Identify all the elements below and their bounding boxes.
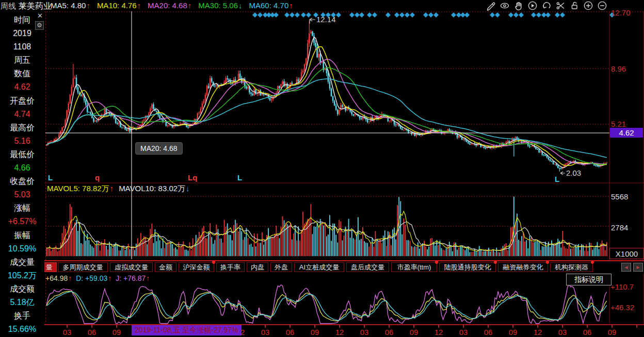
tab-item-label: 虚拟成交量 <box>115 263 148 272</box>
ma-indicator-label: MA10: 4.76 <box>97 1 137 10</box>
quote-row-value: 涨幅 <box>0 201 44 215</box>
quote-info-panel: ✕ ⚙ 时间20191108周五数值4.62开盘价4.74最高价5.16最低价4… <box>0 11 44 337</box>
quote-row-value: 105.2万 <box>0 269 44 282</box>
quote-row-value: 周五 <box>0 54 44 67</box>
quote-row-value: 15.66% <box>0 323 44 336</box>
pager-prev-button[interactable]: ◄ <box>621 263 631 272</box>
lock-icon[interactable] <box>569 1 580 11</box>
notification-dot <box>212 261 215 264</box>
time-tick-label: 06 <box>580 328 594 336</box>
time-tick-label: 09 <box>605 328 619 336</box>
eye-icon[interactable] <box>499 1 510 11</box>
quote-row-value: 最低价 <box>0 148 44 161</box>
volume-axis-label: 2784 <box>611 223 628 232</box>
tab-item[interactable]: 外盘 <box>270 262 292 272</box>
tab-item[interactable]: 内盘 <box>247 262 268 272</box>
quote-row-value: 振幅 <box>0 229 44 242</box>
zoom-in-icon[interactable] <box>583 1 594 11</box>
time-tick-label: 03 <box>555 328 570 336</box>
close-icon[interactable]: ✕ <box>36 12 44 20</box>
zoom-out-icon[interactable] <box>597 1 608 11</box>
event-diamond-icon <box>490 12 495 18</box>
tab-item[interactable]: 市盈率(ttm) <box>391 262 437 272</box>
kdj-axis-label: +110.7 <box>610 282 634 291</box>
indicator-tab-bar: 量多周期成交量虚拟成交量金额沪深金额换手率内盘外盘AI立桩成交量盘后成交量市盈率… <box>0 260 644 274</box>
tab-item[interactable]: 沪深金额 <box>179 262 214 272</box>
tab-item[interactable]: 盘后成交量 <box>346 262 389 272</box>
tab-item-label: 多周期成交量 <box>63 263 103 272</box>
volume-unit-text: X1000 <box>616 249 638 258</box>
tab-item[interactable]: AI立桩成交量 <box>294 262 344 272</box>
event-diamond-icon <box>349 12 355 18</box>
hand-icon[interactable] <box>513 1 524 11</box>
kdj-axis-label: +46.32 <box>610 303 634 312</box>
event-diamond-icon <box>423 12 428 18</box>
quote-row-value: 1108 <box>0 40 44 54</box>
time-tick-label: 06 <box>85 328 99 336</box>
tab-item[interactable]: 机构探测器 <box>550 262 593 272</box>
mavol-indicator-label: MAVOL10: 83.02万 <box>119 184 185 192</box>
event-diamond-icon <box>531 12 536 18</box>
current-price-value: 4.62 <box>619 129 634 137</box>
ma-indicator-label: MA60: 4.70 <box>249 1 289 10</box>
indicator-help-button[interactable]: 指标说明 <box>566 274 611 285</box>
event-diamond-icon <box>306 12 311 18</box>
event-diamond-icon <box>555 12 560 18</box>
time-tick-label: 03 <box>357 328 372 336</box>
event-diamond-icon <box>451 12 456 18</box>
event-diamond-icon <box>519 12 524 18</box>
quote-row-value: 成交额 <box>0 282 44 296</box>
tab-item-label: 内盘 <box>251 263 264 272</box>
event-diamond-icon <box>513 12 519 18</box>
undo-icon[interactable] <box>541 1 552 11</box>
event-diamond-icon <box>372 12 377 18</box>
tab-item[interactable]: 金额 <box>155 262 176 272</box>
tab-item[interactable]: 融资融券变化 <box>498 262 548 272</box>
scissors-icon[interactable] <box>555 1 566 11</box>
pen-icon[interactable] <box>485 1 496 11</box>
event-diamond-icon <box>355 12 360 18</box>
event-diamond-icon <box>359 12 364 18</box>
quote-row-value: 10.59% <box>0 242 44 256</box>
quote-row-value: 4.62 <box>0 80 44 94</box>
tab-item[interactable]: 多周期成交量 <box>58 262 108 272</box>
time-tick-label: 06 <box>382 328 396 336</box>
tab-item[interactable]: 换手率 <box>216 262 245 272</box>
trend-arrow-icon: ↓ <box>238 1 243 10</box>
stock-name: 莱美药业 <box>19 1 52 12</box>
trend-arrow-icon: ↑ <box>146 275 150 282</box>
time-tick-label: 09 <box>407 328 421 336</box>
time-tick-label: 09 <box>308 328 322 336</box>
price-axis-label: 5.21 <box>611 120 626 128</box>
time-tick-label: 06 <box>283 328 297 336</box>
drawing-toolbar <box>485 1 608 11</box>
event-diamond-icon <box>545 12 551 18</box>
volume-axis-label: 5568 <box>611 192 628 201</box>
quote-row-value: +6.57% <box>0 215 44 228</box>
gear-icon[interactable]: ⚙ <box>35 21 44 30</box>
price-axis-label: 12.70 <box>611 8 631 17</box>
quote-row-value: 4.66 <box>0 161 44 175</box>
tab-item-label: 量 <box>46 263 53 272</box>
tab-item-label: AI立桩成交量 <box>299 263 339 272</box>
time-tick-label: 06 <box>481 328 495 336</box>
signal-marker-label: L <box>555 175 559 183</box>
ma-indicator-label: MA30: 5.06 <box>198 1 238 10</box>
play-icon[interactable] <box>527 1 538 11</box>
quote-row-value: 5.03 <box>0 188 44 201</box>
trend-arrow-icon: ↑ <box>188 1 192 10</box>
tab-item-label: 机构探测器 <box>555 263 588 272</box>
event-diamond-icon <box>367 12 372 18</box>
notification-dot <box>591 261 594 264</box>
time-tick-label: 09 <box>109 328 124 336</box>
tab-item[interactable]: 虚拟成交量 <box>110 262 153 272</box>
volume-unit-label: X1000 <box>609 248 644 259</box>
notification-dot <box>435 261 438 264</box>
pager-next-button[interactable]: ► <box>633 263 643 272</box>
signal-marker-label: q <box>95 174 100 181</box>
event-diamond-icon <box>394 12 399 18</box>
chart-canvas[interactable] <box>0 0 644 337</box>
tab-item[interactable]: 陆股通持股变化 <box>439 262 496 272</box>
quote-row-value: 收盘价 <box>0 175 44 188</box>
quote-row-value: 5.16 <box>0 134 44 148</box>
